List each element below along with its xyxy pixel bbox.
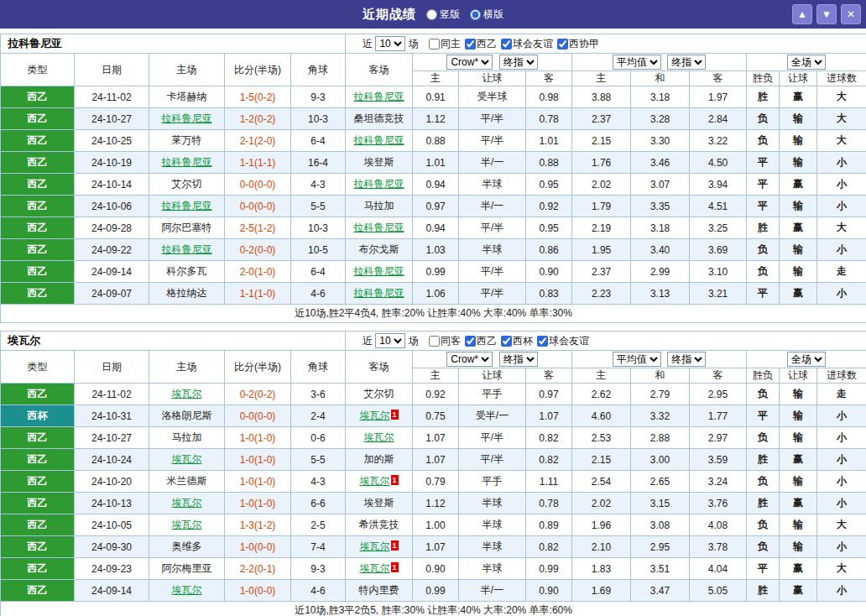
filter-checkbox-input[interactable]	[501, 336, 512, 347]
focus-team-link[interactable]: 拉科鲁尼亚	[354, 287, 404, 299]
filter-checkbox[interactable]: 球会友谊	[501, 37, 553, 51]
scope-select[interactable]: 全场	[787, 352, 826, 367]
avg-stage-select[interactable]: 终指	[667, 352, 706, 367]
odds-away: 0.90	[526, 580, 572, 602]
move-up-button[interactable]: ▲	[792, 4, 812, 24]
match-count-select[interactable]: 10	[375, 36, 405, 51]
column-header-score: 比分(半场)	[225, 351, 291, 384]
focus-team-link[interactable]: 埃瓦尔	[364, 431, 394, 443]
bookmaker-select[interactable]: Crow*	[446, 352, 493, 367]
filter-checkbox-input[interactable]	[465, 39, 476, 50]
league-badge: 西乙	[1, 261, 75, 283]
filter-checkbox-input[interactable]	[537, 336, 548, 347]
match-count-select[interactable]: 10	[375, 333, 405, 348]
filter-checkbox-input[interactable]	[557, 39, 568, 50]
corner-count: 3-6	[291, 384, 346, 405]
odds-stage-select[interactable]: 终指	[499, 352, 538, 367]
avg-draw: 3.30	[631, 130, 690, 152]
handicap-result: 赢	[780, 283, 817, 305]
focus-team-link[interactable]: 埃瓦尔	[172, 453, 202, 465]
move-down-button[interactable]: ▼	[816, 4, 837, 24]
filter-checkbox[interactable]: 西乙	[465, 37, 497, 51]
focus-team-link[interactable]: 拉科鲁尼亚	[354, 222, 404, 233]
layout-option-vertical[interactable]: 竖版	[426, 8, 460, 22]
focus-team-link[interactable]: 拉科鲁尼亚	[162, 243, 212, 255]
avg-away: 3.24	[690, 471, 747, 493]
focus-team-link[interactable]: 埃瓦尔	[360, 475, 390, 487]
odds-home: 0.91	[413, 86, 459, 108]
average-select[interactable]: 平均值	[613, 352, 661, 367]
filter-checkbox[interactable]: 同主	[429, 37, 461, 51]
handicap-result: 赢	[780, 493, 817, 514]
avg-stage-select[interactable]: 终指	[667, 55, 706, 70]
match-row: 西乙24-10-14艾尔切0-0(0-0)4-3拉科鲁尼亚0.94半球0.952…	[1, 174, 866, 196]
avg-draw: 2.99	[631, 261, 690, 283]
away-team-cell: 拉科鲁尼亚	[346, 86, 413, 108]
focus-team-link[interactable]: 拉科鲁尼亚	[354, 178, 404, 190]
odds-handicap: 半/一	[459, 580, 526, 602]
focus-team-link[interactable]: 埃瓦尔	[172, 584, 202, 596]
focus-team-link[interactable]: 拉科鲁尼亚	[354, 265, 404, 277]
filter-checkbox[interactable]: 西协甲	[557, 37, 599, 51]
filter-checkbox[interactable]: 西乙	[465, 334, 497, 348]
bookmaker-select[interactable]: Crow*	[446, 55, 493, 70]
focus-team-link[interactable]: 埃瓦尔	[172, 519, 202, 530]
filter-checkbox[interactable]: 西杯	[501, 334, 533, 348]
filter-checkbox[interactable]: 球会友谊	[537, 334, 589, 348]
filter-checkbox-input[interactable]	[465, 336, 476, 347]
filter-checkbox-input[interactable]	[429, 336, 440, 347]
average-select[interactable]: 平均值	[613, 55, 661, 70]
odds-away: 0.95	[526, 217, 572, 239]
avg-home: 3.88	[572, 86, 631, 108]
layout-option-horizontal[interactable]: 横版	[470, 8, 503, 22]
close-button[interactable]: ✕	[841, 4, 861, 24]
win-loss-result: 负	[747, 514, 780, 536]
focus-team-link[interactable]: 拉科鲁尼亚	[162, 112, 212, 124]
focus-team-link[interactable]: 埃瓦尔	[360, 410, 390, 421]
odds-stage-select[interactable]: 终指	[499, 55, 538, 70]
team-name: 科尔多瓦	[167, 265, 207, 277]
league-badge: 西乙	[1, 196, 75, 217]
vertical-radio[interactable]	[426, 9, 437, 20]
odds-handicap: 受半/一	[459, 405, 526, 427]
filter-checkbox-input[interactable]	[501, 39, 512, 50]
avg-home: 1.96	[572, 514, 631, 536]
corner-count: 10-3	[291, 217, 346, 239]
column-header-odds-home: 主	[413, 368, 459, 384]
section-team-cell: 拉科鲁尼亚	[1, 34, 346, 54]
handicap-result: 赢	[780, 558, 817, 580]
handicap-result: 赢	[780, 174, 817, 196]
focus-team-link[interactable]: 埃瓦尔	[172, 388, 202, 399]
team-name: 埃登斯	[364, 497, 394, 509]
focus-team-link[interactable]: 拉科鲁尼亚	[162, 200, 212, 211]
goals-result: 小	[817, 580, 866, 602]
avg-away: 3.69	[690, 239, 747, 261]
column-header-avg-home: 主	[572, 71, 631, 86]
win-loss-result: 负	[747, 261, 780, 283]
focus-team-link[interactable]: 拉科鲁尼亚	[354, 134, 404, 146]
away-team-cell: 拉科鲁尼亚	[346, 283, 413, 305]
filter-checkbox[interactable]: 同客	[429, 334, 461, 348]
match-score: 1-1(1-1)	[225, 152, 291, 174]
filter-checkbox-input[interactable]	[429, 39, 440, 50]
focus-team-link[interactable]: 埃瓦尔	[360, 562, 390, 574]
team-name: 希洪竞技	[359, 519, 399, 530]
avg-away: 2.95	[690, 384, 747, 405]
win-loss-result: 胜	[747, 493, 780, 514]
focus-team-link[interactable]: 埃瓦尔	[360, 540, 390, 552]
horizontal-radio[interactable]	[470, 9, 481, 20]
league-badge: 西乙	[1, 152, 75, 174]
avg-home: 2.15	[572, 449, 631, 471]
home-team-cell: 莱万特	[149, 130, 225, 152]
match-row: 西乙24-10-13埃瓦尔1-0(1-0)6-6埃登斯1.12半球0.782.0…	[1, 493, 866, 514]
focus-team-link[interactable]: 埃瓦尔	[172, 497, 202, 509]
league-badge: 西乙	[1, 108, 75, 130]
focus-team-link[interactable]: 拉科鲁尼亚	[354, 91, 404, 102]
away-team-cell: 埃瓦尔1	[346, 405, 413, 427]
home-team-cell: 马拉加	[149, 427, 225, 449]
focus-team-link[interactable]: 拉科鲁尼亚	[162, 156, 212, 168]
column-header-home: 主场	[149, 351, 225, 384]
avg-home: 2.19	[572, 217, 631, 239]
avg-home: 1.83	[572, 558, 631, 580]
scope-select[interactable]: 全场	[787, 55, 826, 70]
